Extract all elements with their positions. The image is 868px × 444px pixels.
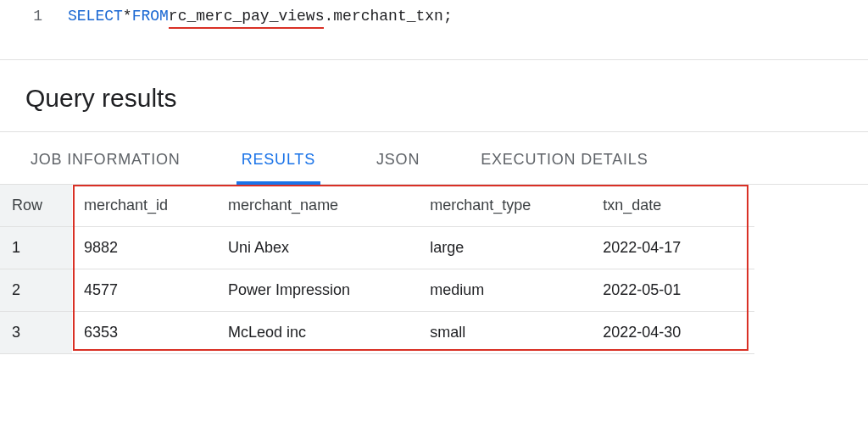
tab-execution-details[interactable]: EXECUTION DETAILS xyxy=(476,132,653,184)
results-tabs: JOB INFORMATION RESULTS JSON EXECUTION D… xyxy=(0,132,868,185)
keyword-from: FROM xyxy=(132,0,169,34)
line-number: 1 xyxy=(17,0,68,34)
cell-merchant-name: Uni Abex xyxy=(216,226,418,269)
keyword-select: SELECT xyxy=(68,0,123,34)
results-table: Row merchant_id merchant_name merchant_t… xyxy=(0,185,754,354)
tab-job-information[interactable]: JOB INFORMATION xyxy=(25,132,186,184)
code-star: * xyxy=(123,0,132,34)
cell-row: 2 xyxy=(0,269,72,311)
dataset-underlined: rc_merc_pay_views xyxy=(169,0,325,34)
cell-txn-date: 2022-04-17 xyxy=(591,226,754,269)
cell-merchant-id: 4577 xyxy=(72,269,216,311)
table-row: 2 4577 Power Impression medium 2022-05-0… xyxy=(0,269,754,311)
cell-merchant-name: Power Impression xyxy=(216,269,418,311)
tab-results[interactable]: RESULTS xyxy=(236,132,320,184)
table-header-row: Row merchant_id merchant_name merchant_t… xyxy=(0,185,754,227)
tab-json[interactable]: JSON xyxy=(371,132,425,184)
cell-txn-date: 2022-05-01 xyxy=(591,269,754,311)
sql-editor[interactable]: 1 SELECT * FROM rc_merc_pay_views .merch… xyxy=(0,0,868,60)
results-header: Query results xyxy=(0,60,868,132)
table-row: 1 9882 Uni Abex large 2022-04-17 xyxy=(0,226,754,269)
cell-row: 3 xyxy=(0,311,72,353)
cell-merchant-type: large xyxy=(418,226,591,269)
cell-merchant-id: 6353 xyxy=(72,311,216,353)
header-merchant-name: merchant_name xyxy=(216,185,418,227)
table-row: 3 6353 McLeod inc small 2022-04-30 xyxy=(0,311,754,353)
header-merchant-type: merchant_type xyxy=(418,185,591,227)
cell-txn-date: 2022-04-30 xyxy=(591,311,754,353)
cell-merchant-type: small xyxy=(418,311,591,353)
header-merchant-id: merchant_id xyxy=(72,185,216,227)
dataset-name: rc_merc_pay_views xyxy=(169,8,325,25)
results-table-container: Row merchant_id merchant_name merchant_t… xyxy=(0,185,868,354)
code-content: SELECT * FROM rc_merc_pay_views .merchan… xyxy=(68,0,453,34)
code-line: 1 SELECT * FROM rc_merc_pay_views .merch… xyxy=(0,0,868,34)
cell-merchant-name: McLeod inc xyxy=(216,311,418,353)
header-row: Row xyxy=(0,185,72,227)
cell-row: 1 xyxy=(0,226,72,269)
results-title: Query results xyxy=(25,84,843,113)
cell-merchant-id: 9882 xyxy=(72,226,216,269)
table-name: .merchant_txn; xyxy=(324,0,452,34)
error-underline xyxy=(169,27,325,29)
cell-merchant-type: medium xyxy=(418,269,591,311)
header-txn-date: txn_date xyxy=(591,185,754,227)
